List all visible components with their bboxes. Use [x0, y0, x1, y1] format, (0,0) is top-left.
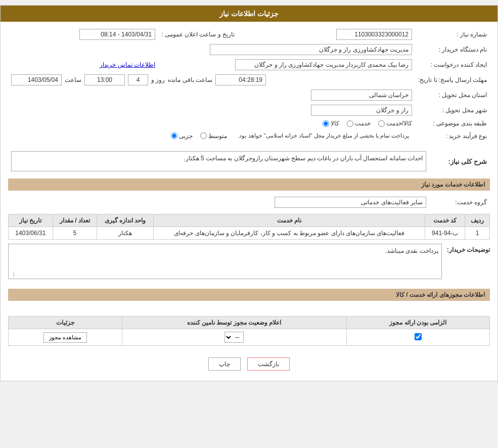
perm-col-details: جزئیات [9, 317, 122, 329]
col-unit: واحد اندازه گیری [97, 214, 154, 227]
contact-link[interactable]: اطلاعات تماس خریدار [100, 61, 155, 68]
city-label: شهر محل تحویل : [415, 103, 490, 118]
service-group-label: گروه خدمت: [429, 195, 490, 210]
city-value: راز و جرگلان [311, 105, 412, 116]
perm-col-status: اعلام وضعیت مجوز توسط نامین کننده [122, 317, 346, 329]
days-connector: روز و [151, 76, 165, 83]
show-permit-button[interactable]: مشاهده مجوز [43, 332, 87, 343]
table-row: 1 ب-94-941 فعالیت‌های سازمان‌های دارای ع… [9, 227, 490, 240]
creator-value: رضا بیک محمدی کاربردار مدیریت جهادکشاورز… [235, 59, 412, 70]
remaining-label: ساعت باقی مانده [168, 76, 212, 83]
time-label: ساعت [65, 76, 81, 83]
response-date: 1403/05/04 [11, 74, 62, 85]
services-section-title: اطلاعات خدمات مورد نیاز [8, 178, 490, 191]
row-service-name: فعالیت‌های سازمان‌های دارای عضو مربوط به… [154, 227, 425, 240]
col-code: کد خدمت [425, 214, 465, 227]
buyer-station-label: نام دستگاه خریدار : [415, 42, 490, 57]
row-quantity: 5 [53, 227, 97, 240]
print-button[interactable]: چاپ [208, 357, 241, 371]
category-kala[interactable]: کالا [323, 120, 339, 127]
row-number: 1 [465, 227, 490, 240]
perm-details-cell: مشاهده مجوز [9, 329, 122, 346]
response-days: 4 [128, 74, 148, 85]
category-label: طبقه بندی موضوعی : [415, 118, 490, 129]
announce-datetime-value: 1403/04/31 - 08:14 [79, 29, 155, 40]
permissions-section-title: اطلاعات مجوزهای ارائه خدمت / کالا [8, 289, 490, 301]
buyer-notes-text: پرداخت نقدی میباشد. [385, 247, 438, 254]
process-medium[interactable]: متوسط [200, 132, 227, 140]
creator-label: ایجاد کننده درخواست : [415, 57, 490, 72]
category-khidmat[interactable]: خدمت [347, 120, 371, 127]
services-table: ردیف کد خدمت نام خدمت واحد اندازه گیری ت… [8, 214, 490, 240]
col-date: تاریخ نیاز [9, 214, 53, 227]
perm-status-select[interactable]: -- [224, 332, 244, 343]
perm-row: -- مشاهده مجوز [9, 329, 490, 346]
permissions-table: الزامی بودن ارائه مجوز اعلام وضعیت مجوز … [8, 316, 490, 346]
response-remaining-value: 04:28:19 [215, 74, 266, 85]
back-button[interactable]: بازگشت [247, 357, 290, 371]
col-name: نام خدمت [154, 214, 425, 227]
need-number-label: شماره نیاز : [415, 27, 490, 42]
resize-handle[interactable]: ⤸ [10, 272, 16, 278]
need-description-text: احداث سامانه استحصال آب باران در باغات د… [11, 151, 426, 171]
page-title: جزئیات اطلاعات نیاز [1, 6, 497, 22]
announce-datetime-label: تاریخ و ساعت اعلان عمومی : [158, 27, 238, 42]
row-unit: هکتار [97, 227, 154, 240]
buyer-notes-box: پرداخت نقدی میباشد. ⤸ [8, 244, 442, 279]
province-value: خراسان شمالی [311, 89, 412, 101]
buyer-notes-label: توضیحات خریدار: [447, 244, 490, 253]
col-row: ردیف [465, 214, 490, 227]
perm-col-required: الزامی بودن ارائه مجوز [346, 317, 489, 329]
perm-required-checkbox[interactable] [415, 333, 422, 340]
process-note: پرداخت تمام یا بخشی از مبلغ خریدار مجل "… [235, 131, 412, 141]
need-description-label: شرح کلی نیاز: [429, 147, 490, 176]
need-number-value: 1103003323000012 [336, 29, 412, 40]
buyer-station-value: مدیریت جهادکشاورزی راز و جرگلان [210, 44, 412, 55]
process-label: نوع فرآیند خرید : [415, 129, 490, 143]
perm-required-cell [346, 329, 489, 346]
row-date: 1403/06/31 [9, 227, 53, 240]
action-buttons: بازگشت چاپ [8, 350, 490, 376]
perm-status-cell: -- [122, 329, 346, 346]
province-label: استان محل تحویل : [415, 87, 490, 103]
response-time: 13:00 [84, 74, 125, 85]
process-partial[interactable]: جزیی [171, 132, 193, 140]
row-code: ب-94-941 [425, 227, 465, 240]
service-group-value: سایر فعالیت‌های خدماتی [275, 197, 426, 208]
col-qty: تعداد / مقدار [53, 214, 97, 227]
response-deadline-label: مهلت ارسال پاسخ: تا تاریخ: [415, 72, 490, 87]
category-kala-khidmat[interactable]: کالا/خدمت [378, 120, 412, 127]
